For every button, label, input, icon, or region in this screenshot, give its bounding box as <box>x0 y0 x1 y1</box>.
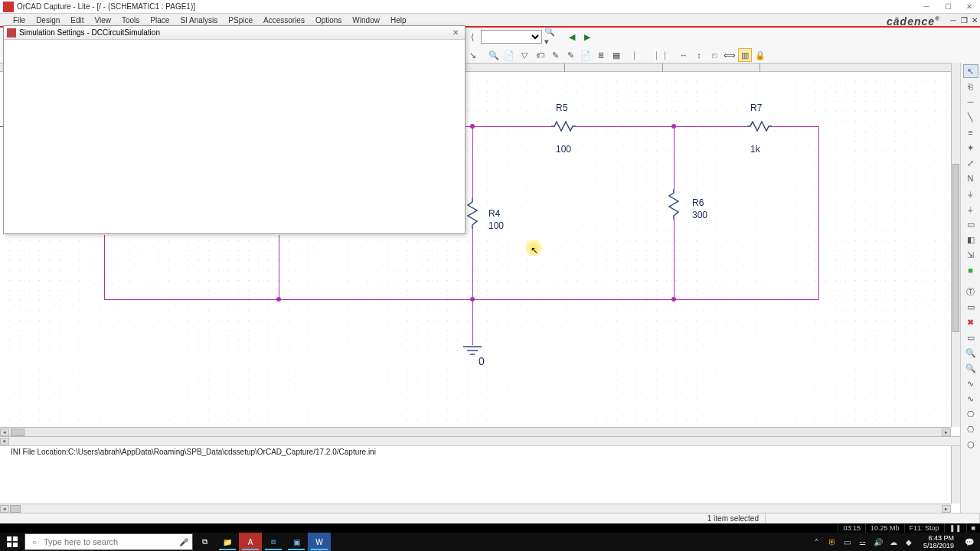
tool-part-icon[interactable]: ⎗ <box>963 80 978 93</box>
wire[interactable] <box>674 126 675 189</box>
taskview-icon[interactable]: ⧉ <box>193 533 216 551</box>
scrollbar-thumb[interactable] <box>10 505 21 513</box>
log-caret-icon[interactable]: ▾ <box>0 438 9 445</box>
menu-view[interactable]: View <box>90 16 117 24</box>
search-input[interactable] <box>44 537 175 546</box>
menu-edit[interactable]: Edit <box>65 16 89 24</box>
component-r5[interactable] <box>551 120 576 132</box>
wire[interactable] <box>674 220 675 300</box>
dialog-close-button[interactable]: ✕ <box>446 28 465 37</box>
window-minimize-button[interactable]: ─ <box>916 1 937 13</box>
component-r6[interactable] <box>668 189 680 220</box>
component-r4[interactable] <box>466 198 479 229</box>
label-r4-value[interactable]: 100 <box>488 220 504 231</box>
junction[interactable] <box>276 297 281 302</box>
toolbar-filter-icon[interactable]: ▽ <box>518 48 531 62</box>
wire[interactable] <box>772 126 819 127</box>
toolbar-doc-icon[interactable]: 📄 <box>579 48 593 62</box>
toolbar-btn-a[interactable]: ↘ <box>466 48 479 62</box>
toolbar-lock-icon[interactable]: 🔒 <box>753 48 767 62</box>
canvas-scrollbar-horizontal[interactable]: ◂ ▸ <box>0 427 951 436</box>
notification-center-icon[interactable]: 💬 <box>959 538 980 546</box>
tool-rect-icon[interactable]: ▭ <box>963 331 978 344</box>
toolbar-nav-back[interactable]: ⟨ <box>466 30 479 44</box>
tool-bus-icon[interactable]: ≡ <box>963 126 978 139</box>
tray-wifi-icon[interactable]: ⚍ <box>858 538 868 546</box>
label-r6-value[interactable]: 300 <box>692 210 707 220</box>
wire[interactable] <box>576 126 674 127</box>
tool-noconnect-icon[interactable]: ■ <box>963 263 978 277</box>
tray-chevron-icon[interactable]: ˄ <box>812 538 822 546</box>
tool-netlabel-icon[interactable]: Ν <box>963 171 978 185</box>
toolbar-copy-icon[interactable]: 📄 <box>502 48 516 62</box>
menu-place[interactable]: Place <box>145 16 175 24</box>
tool-power-icon[interactable]: ⏚ <box>963 187 978 201</box>
label-r5-value[interactable]: 100 <box>556 144 571 155</box>
tool-s1-icon[interactable]: ∿ <box>963 377 978 390</box>
taskbar-app-orcad[interactable]: ⧈ <box>262 533 285 551</box>
menu-pspice[interactable]: PSpice <box>223 16 258 24</box>
tool-hier-icon[interactable]: ▭ <box>963 217 978 231</box>
simulation-settings-dialog[interactable]: Simulation Settings - DCCircuitSimulatio… <box>3 25 466 234</box>
menu-tools[interactable]: Tools <box>116 16 145 24</box>
junction[interactable] <box>470 297 475 302</box>
wire[interactable] <box>104 299 819 300</box>
start-button[interactable] <box>0 533 24 551</box>
dialog-titlebar[interactable]: Simulation Settings - DCCircuitSimulatio… <box>4 26 465 40</box>
scroll-right-button[interactable]: ▸ <box>942 429 951 436</box>
tool-delete-icon[interactable]: ✖ <box>963 315 978 329</box>
mdi-restore-button[interactable]: ❐ <box>959 16 969 24</box>
component-r7[interactable] <box>747 120 772 132</box>
toolbar-align-c-icon[interactable]: ⎹ <box>646 48 660 62</box>
taskbar-app-recorder[interactable]: ▣ <box>285 533 308 551</box>
taskbar-app-acrobat[interactable]: A <box>239 533 262 551</box>
menu-window[interactable]: Window <box>347 16 385 24</box>
mic-icon[interactable]: 🎤 <box>175 538 192 546</box>
tray-onedrive-icon[interactable]: ☁ <box>888 538 899 546</box>
taskbar-app-word[interactable]: W <box>308 533 331 551</box>
tray-shield-icon[interactable]: ⛨ <box>827 538 838 546</box>
wire[interactable] <box>279 235 279 300</box>
label-ground[interactable]: 0 <box>479 355 485 367</box>
toolbar-new-icon[interactable]: 🗎 <box>594 48 608 62</box>
toolbar-tag-icon[interactable]: 🏷 <box>533 48 547 62</box>
tray-battery-icon[interactable]: ▭ <box>842 538 853 546</box>
menu-file[interactable]: File <box>8 16 31 24</box>
menu-accessories[interactable]: Accessories <box>258 16 310 24</box>
tool-port-icon[interactable]: ◧ <box>963 233 978 246</box>
tool-zoom-icon[interactable]: 🔍 <box>963 346 978 360</box>
scroll-right-button[interactable]: ▸ <box>942 505 951 513</box>
wire[interactable] <box>472 299 473 345</box>
tray-app-icon[interactable]: ◆ <box>903 538 914 546</box>
toolbar-run-prev-icon[interactable]: ◀ <box>565 30 579 44</box>
recording-stop-button[interactable]: ■ <box>966 523 980 533</box>
toolbar-chart-icon[interactable]: ⏍ <box>707 48 721 62</box>
window-close-button[interactable]: ✕ <box>959 1 980 13</box>
toolbar-edit-icon[interactable]: ✎ <box>564 48 577 62</box>
log-scrollbar-vertical[interactable] <box>951 446 960 504</box>
junction[interactable] <box>671 124 676 129</box>
label-r6-name[interactable]: R6 <box>692 197 704 208</box>
windows-taskbar[interactable]: ○ 🎤 ⧉ 📁 A ⧈ ▣ W ˄ ⛨ ▭ ⚍ 🔊 ☁ ◆ 6:43 PM 5/… <box>0 533 980 551</box>
scroll-left-button[interactable]: ◂ <box>0 429 9 436</box>
label-r7-name[interactable]: R7 <box>750 103 762 113</box>
tool-ground-icon[interactable]: ⏚ <box>963 202 978 216</box>
wire[interactable] <box>674 126 747 127</box>
log-scrollbar-horizontal[interactable]: ◂ ▸ <box>0 504 951 513</box>
label-r5-name[interactable]: R5 <box>556 103 567 113</box>
toolbar-align-l-icon[interactable]: ⎸ <box>631 48 645 62</box>
wire[interactable] <box>472 229 473 300</box>
recording-pause-button[interactable]: ❚❚ <box>944 523 966 533</box>
canvas-scrollbar-vertical[interactable] <box>951 72 960 427</box>
tool-offpage-icon[interactable]: ⇲ <box>963 248 978 262</box>
menu-options[interactable]: Options <box>310 16 347 24</box>
taskbar-search[interactable]: ○ 🎤 <box>24 533 193 550</box>
toolbar-run-next-icon[interactable]: ▶ <box>580 30 594 44</box>
mdi-minimize-button[interactable]: ─ <box>948 16 959 24</box>
toolbar-select[interactable] <box>481 30 542 44</box>
tool-netname-icon[interactable]: ╲ <box>963 110 978 124</box>
toolbar-snap-icon[interactable]: ▥ <box>738 48 752 62</box>
wire[interactable] <box>104 235 105 300</box>
menu-si-analysis[interactable]: SI Analysis <box>175 16 223 24</box>
tray-volume-icon[interactable]: 🔊 <box>873 538 884 546</box>
